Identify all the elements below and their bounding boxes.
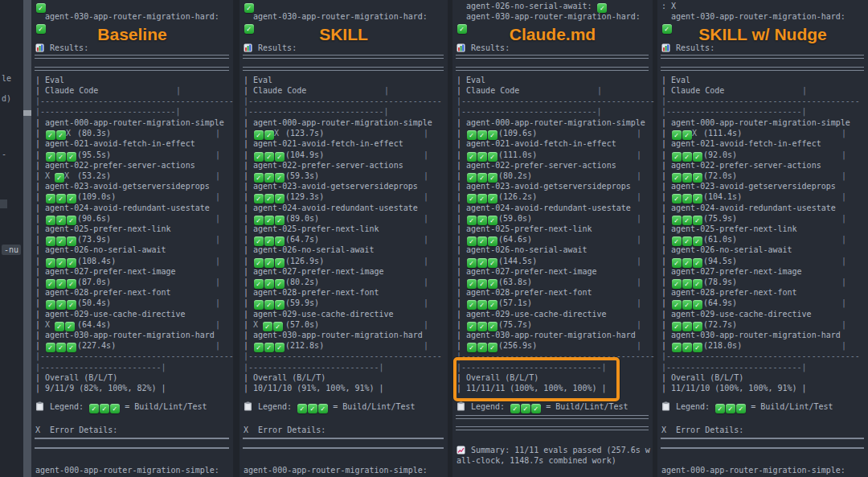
pre-output-line: agent-030-app-router-migration-hard: xyxy=(457,11,649,22)
gutter-text-fragment: d) xyxy=(2,94,11,103)
table-border-pipe: | xyxy=(215,234,220,245)
table-border-line: |----------------------------| xyxy=(457,106,649,117)
table-border-pipe: | xyxy=(841,171,846,181)
eval-row-name: | agent-026-no-serial-await xyxy=(457,245,649,255)
check-icon: ✓ xyxy=(521,404,530,413)
eval-row-name: | agent-029-use-cache-directive xyxy=(457,309,649,319)
eval-row-name: | agent-029-use-cache-directive xyxy=(661,309,865,319)
eval-row-status: | ✓✓✓(95.5s)| xyxy=(35,150,230,160)
bar-chart-icon xyxy=(457,43,465,55)
eval-row-time: (111.0s) xyxy=(498,150,537,160)
eval-row-time: (92.0s) xyxy=(703,150,737,160)
eval-row-status: | ✓✓✓(109.0s)| xyxy=(35,191,230,202)
eval-row-name: | agent-025-prefer-next-link xyxy=(457,224,649,234)
eval-row-status: | ✓✓✓(129.3s)| xyxy=(244,191,444,202)
eval-row-name: | agent-022-prefer-server-actions xyxy=(457,160,649,171)
eval-row-name: | agent-000-app-router-migration-simple xyxy=(35,117,230,128)
eval-row-name: | agent-026-no-serial-await xyxy=(35,245,230,255)
eval-row-status: | ✓✓✓(90.6s)| xyxy=(35,213,230,224)
table-border-pipe: | xyxy=(841,277,846,287)
eval-row-status: | ✓✓✓(73.9s)| xyxy=(35,234,230,245)
pre-output-line: agent-030-app-router-migration-hard: xyxy=(661,11,865,22)
table-border-pipe: | xyxy=(215,277,220,287)
x-mark: X xyxy=(45,171,50,180)
clipboard-icon xyxy=(35,401,44,413)
pane-title: SKILL xyxy=(240,25,448,44)
table-border-pipe: | xyxy=(637,277,641,287)
table-header-claude-code: | Claude Code| xyxy=(244,85,444,96)
scrollbar-thumb-notch[interactable] xyxy=(23,110,31,116)
eval-row-status: | ✓✓✓(59.0s)| xyxy=(457,213,649,224)
table-border-pipe: | xyxy=(597,85,602,96)
eval-row-status: | ✓✓X(80.3s)| xyxy=(35,128,230,138)
table-border-line: |----------------------------| xyxy=(35,106,230,117)
eval-row-status: | ✓✓✓(227.4s)| xyxy=(35,340,230,351)
table-border-line: |---------------------------------------… xyxy=(661,96,865,106)
eval-row-status: | ✓✓✓(75.7s)| xyxy=(457,319,649,330)
x-mark: X xyxy=(66,129,71,138)
left-gutter-pane: led)--nu xyxy=(0,0,23,477)
results-separator xyxy=(456,67,649,71)
results-separator xyxy=(456,55,649,59)
eval-row-name: | agent-021-avoid-fetch-in-effect xyxy=(35,138,230,149)
table-border-pipe: | xyxy=(637,128,641,138)
table-border-line: |---------------------------------------… xyxy=(244,96,444,106)
table-border-pipe: | xyxy=(424,319,428,330)
table-border-pipe: | xyxy=(176,85,181,96)
gutter-box-fragment xyxy=(0,199,7,208)
footer-separator xyxy=(661,438,864,439)
legend-line: Legend: ✓✓✓ = Build/Lint/Test xyxy=(661,401,865,412)
terminal-pane-3: agent-026-no-serial-await: ✓ agent-030-a… xyxy=(452,0,653,477)
table-border-pipe: | xyxy=(424,128,428,138)
eval-row-name: | agent-022-prefer-server-actions xyxy=(661,160,865,171)
pre-output-line: ✓ xyxy=(35,1,230,11)
gutter-text-fragment: le xyxy=(2,74,11,83)
eval-row-name: | agent-030-app-router-migration-hard xyxy=(661,330,865,340)
eval-row-time: (57.1s) xyxy=(498,298,532,308)
eval-row-name: | agent-022-prefer-server-actions xyxy=(35,160,230,171)
pane-title: Claude.md xyxy=(452,25,653,44)
table-border-pipe: | xyxy=(637,171,641,181)
eval-row-status: | ✓✓X(123.7s)| xyxy=(244,128,444,138)
eval-row-name: | agent-027-prefer-next-image xyxy=(661,266,865,277)
pre-output-line: agent-030-app-router-migration-hard: xyxy=(244,11,444,22)
eval-row-time: (75.7s) xyxy=(498,319,532,330)
eval-row-status: | ✓✓✓(80.2s)| xyxy=(244,277,444,287)
error-details-heading: X Error Details: xyxy=(661,425,865,435)
overall-label: | Overall (B/L/T) xyxy=(244,372,444,383)
eval-row-time: (73.9s) xyxy=(77,234,111,245)
eval-row-time: (64.7s) xyxy=(285,234,319,245)
table-border-pipe: | xyxy=(215,340,220,351)
eval-row-time: (111.4s) xyxy=(703,128,742,138)
terminal-pane-4: : X agent-030-app-router-migration-hard:… xyxy=(657,0,868,477)
results-separator xyxy=(35,55,229,59)
eval-row-name: | agent-022-prefer-server-actions xyxy=(244,160,444,171)
table-header-eval: | Eval xyxy=(661,75,865,85)
eval-row-status: | ✓✓✓(126.2s)| xyxy=(457,191,649,202)
table-border-pipe: | xyxy=(637,298,641,308)
eval-row-name: | agent-028-prefer-next-font xyxy=(457,287,649,298)
eval-row-status: | ✓✓✓(92.0s)| xyxy=(661,150,865,160)
check-icon: ✓ xyxy=(318,404,328,413)
table-border-line: |---------------------------------------… xyxy=(457,96,649,106)
eval-row-time: (94.5s) xyxy=(703,256,737,266)
eval-row-status: | ✓✓✓(64.7s)| xyxy=(244,234,444,245)
results-heading: Results: xyxy=(661,43,865,53)
table-border-pipe: | xyxy=(424,298,428,308)
check-icon: ✓ xyxy=(308,404,317,413)
clipboard-icon xyxy=(244,401,252,413)
error-details-heading: X Error Details: xyxy=(244,425,444,435)
x-mark: X xyxy=(64,171,69,180)
overall-score: | 11/11/10 (100%, 100%, 91%) | xyxy=(661,383,865,393)
eval-row-status: | ✓✓✓(50.4s)| xyxy=(35,298,230,308)
table-border-pipe: | xyxy=(841,191,846,202)
eval-row-time: (80.2s) xyxy=(285,277,319,287)
eval-row-status: | ✓✓✓(212.8s)| xyxy=(244,340,444,351)
eval-row-name: | agent-029-use-cache-directive xyxy=(35,309,230,319)
table-border-pipe: | xyxy=(637,191,641,202)
legend-line: Legend: ✓✓✓ = Build/Lint/Test xyxy=(35,401,230,412)
vertical-scrollbar[interactable] xyxy=(23,0,31,477)
eval-row-time: (104.9s) xyxy=(285,150,324,160)
eval-row-name: | agent-025-prefer-next-link xyxy=(35,224,230,234)
footer-separator xyxy=(35,438,229,439)
